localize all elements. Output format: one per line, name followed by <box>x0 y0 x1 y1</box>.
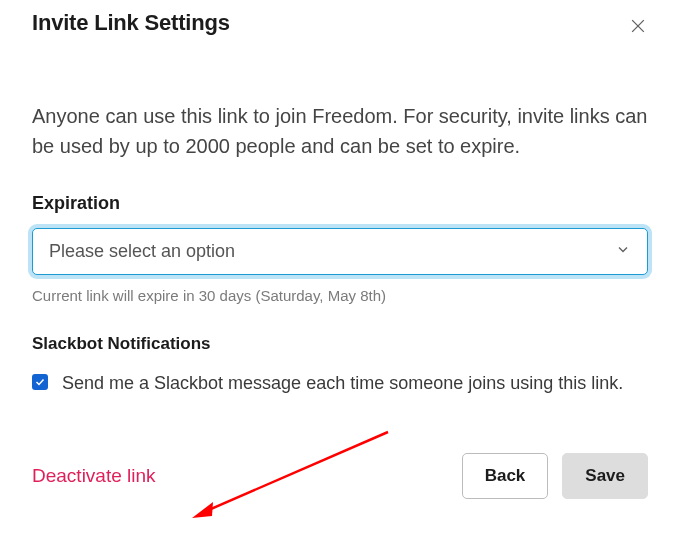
dialog-title: Invite Link Settings <box>32 10 230 36</box>
dialog-footer: Deactivate link Back Save <box>32 453 648 499</box>
expiration-label: Expiration <box>32 193 648 214</box>
notification-checkbox-row: Send me a Slackbot message each time som… <box>32 370 648 397</box>
close-button[interactable] <box>624 12 652 43</box>
notifications-heading: Slackbot Notifications <box>32 334 648 354</box>
save-button[interactable]: Save <box>562 453 648 499</box>
expiration-select-placeholder: Please select an option <box>49 241 235 262</box>
expiration-select[interactable]: Please select an option <box>32 228 648 275</box>
dialog-description: Anyone can use this link to join Freedom… <box>32 101 648 161</box>
close-icon <box>628 16 648 36</box>
notification-checkbox-label[interactable]: Send me a Slackbot message each time som… <box>62 370 623 397</box>
chevron-down-icon <box>615 241 631 262</box>
notification-checkbox[interactable] <box>32 374 48 390</box>
expiration-helper-text: Current link will expire in 30 days (Sat… <box>32 287 648 304</box>
invite-link-settings-dialog: Invite Link Settings Anyone can use this… <box>0 0 680 519</box>
dialog-header: Invite Link Settings <box>32 10 648 43</box>
back-button[interactable]: Back <box>462 453 549 499</box>
footer-buttons: Back Save <box>462 453 648 499</box>
expiration-select-wrapper: Please select an option <box>32 228 648 275</box>
deactivate-link-button[interactable]: Deactivate link <box>32 465 156 487</box>
check-icon <box>34 376 46 388</box>
svg-marker-3 <box>192 502 213 518</box>
